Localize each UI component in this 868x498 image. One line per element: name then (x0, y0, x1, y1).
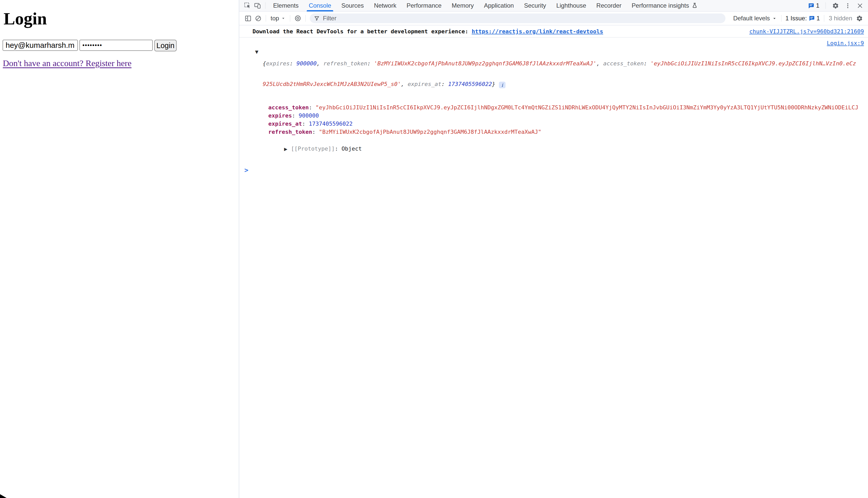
close-devtools-icon[interactable] (855, 0, 865, 11)
tab-application[interactable]: Application (479, 0, 519, 11)
issues-label: 1 Issue: (786, 15, 807, 22)
hidden-messages-label[interactable]: 3 hidden (827, 15, 854, 22)
clear-console-icon[interactable] (253, 13, 263, 23)
preview-segment: expires_at (408, 81, 442, 87)
tab-console[interactable]: Console (304, 0, 336, 11)
preview-segment: 'BzMYiIWUxK2cbgofAjPbAnut8JUW9pz2gghqnf3… (374, 60, 596, 67)
property-value: 900000 (298, 113, 319, 119)
tab-performance-insights[interactable]: Performance insights (627, 0, 703, 11)
preview-segment: 900000 (296, 60, 316, 67)
toolbar-issues-counter[interactable]: 1 Issue: 1 (784, 15, 821, 22)
property-row-refresh_token: refresh_token: "BzMYiIWUxK2cbgofAjPbAnut… (268, 128, 868, 136)
tab-label: Network (374, 2, 396, 9)
console-sidebar-icon[interactable] (243, 13, 253, 23)
tab-label: Performance (407, 2, 442, 9)
tab-label: Memory (452, 2, 474, 9)
filter-input[interactable]: Filter (310, 13, 726, 23)
issues-bubble-icon (809, 15, 815, 21)
preview-segment: access_token (603, 60, 644, 67)
tab-sources[interactable]: Sources (336, 0, 369, 11)
email-field[interactable] (2, 40, 78, 51)
source-link-login-jsx[interactable]: Login.jsx:9 (827, 40, 864, 46)
tab-network[interactable]: Network (369, 0, 401, 11)
property-value: "BzMYiIWUxK2cbgofAjPbAnut8JUW9pz2gghqnf3… (319, 129, 541, 135)
tab-lighthouse[interactable]: Lighthouse (551, 0, 591, 11)
preview-segment: , (401, 81, 408, 87)
cursor-artifact (0, 494, 7, 498)
tab-label: Performance insights (632, 2, 689, 9)
object-preview-line2: 925LUcdb2tHmRRvJexcWCh1MJzAB3N2UIewP5_s0… (263, 81, 868, 88)
toggle-device-toolbar-icon[interactable] (253, 0, 263, 11)
property-colon: : (312, 129, 319, 135)
tab-recorder[interactable]: Recorder (591, 0, 627, 11)
tab-label: Recorder (596, 2, 622, 9)
tab-security[interactable]: Security (519, 0, 551, 11)
console-settings-gear-icon[interactable] (854, 13, 865, 23)
source-link-chunk[interactable]: chunk-VIJJTZRL.js?v=960bd321:21609 (749, 28, 864, 35)
property-colon: : (309, 104, 316, 110)
property-key: access_token (268, 104, 309, 110)
tab-elements[interactable]: Elements (268, 0, 304, 11)
password-field[interactable] (79, 40, 153, 51)
live-expression-eye-icon[interactable] (293, 13, 303, 23)
devtools-panel: ElementsConsoleSourcesNetworkPerformance… (239, 0, 868, 498)
separator (824, 15, 824, 22)
prompt-chevron: > (244, 166, 248, 174)
property-colon: : (302, 120, 309, 127)
issues-count: 1 (816, 2, 819, 9)
tab-label: Application (484, 2, 514, 9)
console-toolbar: top Filter Default levels 1 Issue: (239, 12, 868, 25)
property-key: expires (268, 113, 292, 119)
console-log-row: Login.jsx:9 ▼ {expires: 900000, refresh_… (239, 38, 868, 163)
filter-funnel-icon (314, 15, 320, 21)
preview-segment: , (596, 60, 603, 67)
separator (290, 15, 290, 22)
login-button[interactable]: Login (154, 40, 177, 51)
preview-segment: expires (266, 60, 290, 67)
console-prompt-row[interactable]: > (239, 163, 868, 174)
login-form: Login (2, 40, 177, 51)
preview-segment: , (317, 60, 323, 67)
tabbar-right-controls: 1 (806, 0, 865, 11)
object-expand-arrow[interactable]: ▼ (255, 49, 258, 54)
react-devtools-link[interactable]: https://reactjs.org/link/react-devtools (472, 28, 603, 35)
issues-counter[interactable]: 1 (806, 2, 821, 9)
property-value: 1737405596022 (309, 120, 353, 127)
toolbar-issues-count: 1 (817, 15, 820, 22)
property-row-access_token: access_token: "eyJhbGciOiJIUzI1NiIsInR5c… (268, 104, 868, 112)
object-preview-line1: {expires: 900000, refresh_token: 'BzMYiI… (263, 60, 868, 67)
register-link[interactable]: Don't have an account? Register here (3, 58, 131, 68)
separator (826, 2, 826, 9)
separator (266, 15, 266, 22)
react-devtools-message: Download the React DevTools for a better… (253, 28, 472, 35)
console-info-row: Download the React DevTools for a better… (239, 25, 868, 38)
context-selector[interactable]: top (269, 15, 288, 22)
tab-memory[interactable]: Memory (447, 0, 479, 11)
settings-gear-icon[interactable] (830, 0, 841, 11)
tab-label: Console (309, 2, 331, 9)
inspect-element-icon[interactable] (242, 0, 253, 11)
prototype-value: Object (342, 145, 362, 152)
preview-segment: : (442, 81, 448, 87)
object-preview: {expires: 900000, refresh_token: 'BzMYiI… (263, 38, 868, 102)
preview-segment: : (644, 60, 651, 67)
tab-label: Security (524, 2, 546, 9)
prototype-label: [[Prototype]] (291, 145, 335, 152)
object-properties: access_token: "eyJhbGciOiJIUzI1NiIsInR5c… (268, 104, 868, 136)
filter-placeholder: Filter (323, 15, 336, 22)
tab-performance[interactable]: Performance (401, 0, 446, 11)
preview-segment: 925LUcdb2tHmRRvJexcWCh1MJzAB3N2UIewP5_s0… (263, 81, 401, 87)
info-badge-icon[interactable]: i (499, 82, 506, 88)
property-value: "eyJhbGciOiJIUzI1NiIsInR5cCI6IkpXVCJ9.ey… (315, 104, 858, 110)
console-messages: Download the React DevTools for a better… (239, 25, 868, 174)
property-key: expires_at (268, 120, 302, 127)
log-levels-selector[interactable]: Default levels (731, 15, 778, 22)
context-selector-label: top (271, 15, 279, 22)
kebab-menu-icon[interactable] (843, 0, 853, 11)
prototype-expand-arrow[interactable]: ▶ (284, 146, 288, 152)
preview-segment: : (367, 60, 374, 67)
log-levels-label: Default levels (733, 15, 770, 22)
preview-segment: { (263, 60, 266, 67)
flask-experiment-icon (692, 2, 698, 9)
separator (305, 15, 306, 22)
